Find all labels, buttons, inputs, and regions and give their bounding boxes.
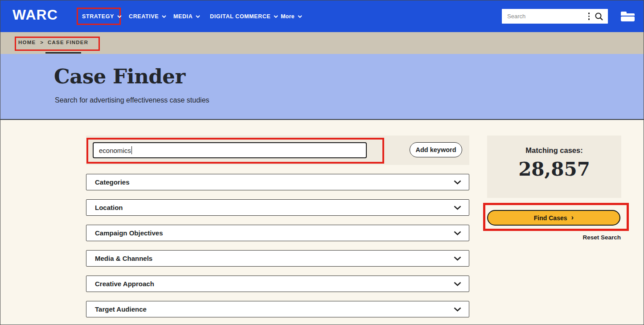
filter-accordion-target-audience[interactable]: Target Audience [86,301,469,317]
nav-item-digital-commerce[interactable]: DIGITAL COMMERCE [210,12,278,21]
filter-accordion-creative-approach[interactable]: Creative Approach [86,276,469,292]
nav-item-more[interactable]: More [281,12,302,21]
nav-item-label: DIGITAL COMMERCE [210,13,271,20]
warc-case-finder-page: WARC STRATEGY CREATIVE MEDIA DIGITAL COM… [0,0,644,325]
chevron-down-icon [274,15,278,18]
chevron-down-icon [298,15,302,18]
filter-label: Target Audience [95,305,147,313]
filter-accordion-media-channels[interactable]: Media & Channels [86,250,469,267]
breadcrumb: HOME > CASE FINDER [18,40,88,45]
filter-accordion-categories[interactable]: Categories [86,174,469,190]
nav-item-label: CREATIVE [129,13,159,20]
kebab-menu-icon[interactable] [584,12,594,20]
filter-label: Categories [95,178,130,186]
chevron-down-icon [454,178,461,186]
nav-item-label: MEDIA [173,13,193,20]
filter-label: Location [95,204,123,211]
breadcrumb-item-home[interactable]: HOME [18,40,36,45]
hero-banner: Case Finder Search for advertising effec… [0,54,644,120]
add-keyword-button[interactable]: Add keyword [410,142,462,157]
chevron-down-icon [454,280,461,288]
breadcrumb-separator: > [40,40,43,45]
filter-accordion-location[interactable]: Location [86,199,469,216]
chevron-down-icon [454,204,461,212]
keyword-input[interactable]: economics [93,142,367,158]
nav-item-media[interactable]: MEDIA [173,12,200,21]
text-caret [131,146,132,154]
breadcrumb-item-case-finder[interactable]: CASE FINDER [48,40,88,45]
folder-icon[interactable] [621,12,635,21]
chevron-right-icon: › [571,214,574,221]
chevron-down-icon [454,255,461,263]
chevron-down-icon [117,15,122,18]
matching-cases-panel: Matching cases: 28,857 [487,136,621,198]
filter-accordion-campaign-objectives[interactable]: Campaign Objectives [86,225,469,241]
find-cases-button[interactable]: Find Cases › [487,210,620,226]
header-search-box [502,9,608,24]
nav-item-creative[interactable]: CREATIVE [129,12,166,21]
nav-item-label: More [281,13,295,20]
nav-item-label: STRATEGY [82,13,114,20]
warc-logo[interactable]: WARC [12,7,58,23]
reset-search-link[interactable]: Reset Search [487,234,621,241]
header-search-input[interactable] [502,13,584,20]
breadcrumb-active-underline [45,52,81,53]
page-subtitle: Search for advertising effectiveness cas… [55,96,209,104]
chevron-down-icon [454,305,461,313]
page-title: Case Finder [54,65,185,88]
find-cases-label: Find Cases [534,214,567,222]
filter-label: Creative Approach [95,280,154,288]
chevron-down-icon [454,229,461,237]
chevron-down-icon [162,15,166,18]
chevron-down-icon [196,15,200,18]
filter-label: Media & Channels [95,255,152,262]
breadcrumb-bar: HOME > CASE FINDER [0,32,644,54]
matching-cases-label: Matching cases: [487,146,621,155]
nav-item-strategy[interactable]: STRATEGY [82,12,122,21]
keyword-input-value: economics [99,147,131,154]
top-navigation-bar: WARC STRATEGY CREATIVE MEDIA DIGITAL COM… [0,0,644,32]
filter-label: Campaign Objectives [95,229,163,237]
keyword-search-panel: economics Add keyword [86,136,469,165]
matching-cases-count: 28,857 [487,158,621,180]
search-icon[interactable] [594,12,608,21]
